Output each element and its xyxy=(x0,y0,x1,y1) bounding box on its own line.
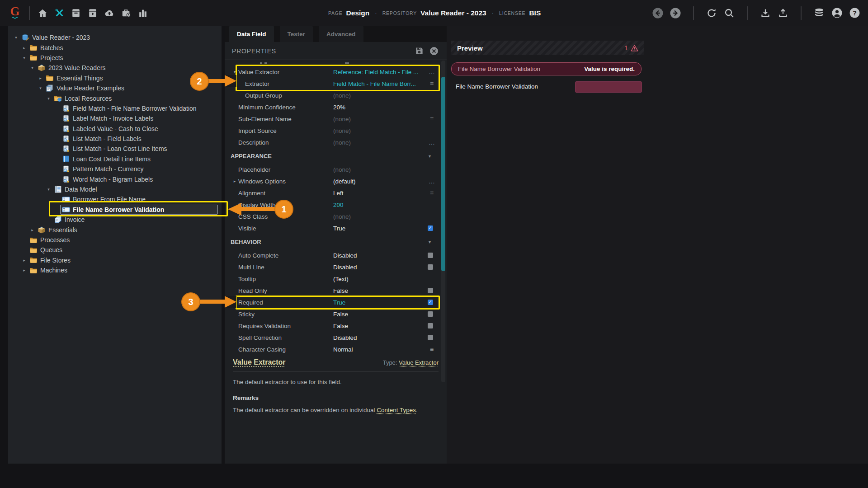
refresh-icon[interactable] xyxy=(705,7,718,19)
property-scrollbar[interactable] xyxy=(441,61,445,382)
checkbox-unchecked[interactable] xyxy=(428,264,433,270)
property-row-windows-options[interactable]: ▸Windows Options(default)… xyxy=(225,175,447,187)
tree-item-projects[interactable]: ▾Projects xyxy=(8,53,222,63)
tree-item-local-resources[interactable]: ▾Local Resources xyxy=(8,93,222,103)
ellipsis-button[interactable]: … xyxy=(427,68,437,75)
collapse-arrow-icon[interactable]: ▾ xyxy=(21,56,28,60)
collapse-arrow-icon[interactable]: ▾ xyxy=(45,187,52,192)
help-property-title[interactable]: Value Extractor xyxy=(233,358,286,366)
property-value[interactable]: (none) xyxy=(333,166,351,173)
property-row-character-casing[interactable]: Character CasingNormal≡ xyxy=(225,343,447,355)
property-value[interactable]: (none) xyxy=(333,116,351,122)
checkbox-unchecked[interactable] xyxy=(428,323,433,328)
collapse-arrow-icon[interactable]: ▾ xyxy=(45,96,52,101)
tree-item-borrower-from-file-name[interactable]: Borrower From File Name xyxy=(8,194,222,204)
expand-arrow-icon[interactable]: ▸ xyxy=(231,179,238,183)
tree-item-loan-cost-detail-line-items[interactable]: Loan Cost Detail Line Items xyxy=(8,154,222,164)
collapse-arrow-icon[interactable]: ▾ xyxy=(29,66,36,70)
property-value[interactable]: (Text) xyxy=(333,276,349,282)
property-row-alignment[interactable]: AlignmentLeft≡ xyxy=(225,187,447,199)
tree-item-processes[interactable]: Processes xyxy=(8,235,222,245)
home-icon[interactable] xyxy=(36,7,49,19)
collapse-arrow-icon[interactable]: ▾ xyxy=(231,70,238,74)
help-type-link[interactable]: Value Extractor xyxy=(399,359,439,366)
tree-item-field-match-file-name-borrower-validation[interactable]: Field Match - File Name Borrower Validat… xyxy=(8,103,222,113)
search-icon[interactable] xyxy=(723,7,736,19)
forward-icon[interactable] xyxy=(669,7,682,19)
property-row-auto-complete[interactable]: Auto CompleteDisabled xyxy=(225,249,447,261)
tree-item-invoice[interactable]: Invoice xyxy=(8,215,222,225)
batch-process-icon[interactable] xyxy=(86,7,99,19)
section-behavior[interactable]: BEHAVIOR▾ xyxy=(225,234,447,249)
property-row-css-class[interactable]: CSS Class(none) xyxy=(225,211,447,222)
tree-item-machines[interactable]: ▸Machines xyxy=(8,265,222,275)
property-row-multi-line[interactable]: Multi LineDisabled xyxy=(225,261,447,273)
property-value[interactable]: Normal xyxy=(333,346,353,353)
expand-arrow-icon[interactable]: ▸ xyxy=(29,228,36,232)
property-value[interactable]: Left xyxy=(333,190,344,197)
stats-icon[interactable] xyxy=(137,7,149,19)
jobs-icon[interactable] xyxy=(120,7,132,19)
help-icon[interactable]: ? xyxy=(848,7,861,19)
checkbox-unchecked[interactable] xyxy=(428,253,433,258)
tab-data-field[interactable]: Data Field xyxy=(229,26,274,42)
property-value[interactable]: True xyxy=(333,225,345,232)
property-value[interactable]: 200 xyxy=(333,202,344,208)
property-value[interactable]: (none) xyxy=(333,213,351,220)
checkbox-unchecked[interactable] xyxy=(428,335,433,340)
property-value[interactable]: (none) xyxy=(333,127,351,134)
back-icon[interactable] xyxy=(651,7,664,19)
tree-item-batches[interactable]: ▸Batches xyxy=(8,42,222,52)
property-row-required[interactable]: RequiredTrue xyxy=(225,296,447,308)
tree-item-word-match-bigram-labels[interactable]: Word Match - Bigram Labels xyxy=(8,174,222,184)
tree-item-labeled-value-cash-to-close[interactable]: Labeled Value - Cash to Close xyxy=(8,124,222,134)
expand-arrow-icon[interactable]: ▸ xyxy=(21,268,28,272)
menu-button[interactable]: ≡ xyxy=(427,115,437,122)
tree-item-file-stores[interactable]: ▸File Stores xyxy=(8,255,222,265)
cloud-upload-icon[interactable] xyxy=(103,7,116,19)
property-row-visible[interactable]: VisibleTrue xyxy=(225,222,447,234)
property-row-sub-element-name[interactable]: Sub-Element Name(none)≡ xyxy=(225,113,447,125)
tab-advanced[interactable]: Advanced xyxy=(319,26,363,42)
property-value[interactable]: Reference: Field Match - File ... xyxy=(333,69,418,75)
expand-arrow-icon[interactable]: ▸ xyxy=(37,76,44,80)
property-value[interactable]: False xyxy=(333,323,348,329)
property-row-description[interactable]: Description(none)… xyxy=(225,136,447,148)
tree-item-queues[interactable]: Queues xyxy=(8,245,222,255)
property-value[interactable]: 20% xyxy=(333,104,345,111)
property-row-sticky[interactable]: StickyFalse xyxy=(225,308,447,320)
property-row-tooltip[interactable]: Tooltip(Text) xyxy=(225,273,447,285)
property-row-value-extractor[interactable]: ▾Value ExtractorReference: Field Match -… xyxy=(225,66,447,78)
property-value[interactable]: False xyxy=(333,287,348,294)
download-icon[interactable] xyxy=(759,7,772,19)
property-value[interactable]: True xyxy=(333,299,345,306)
property-value[interactable]: (default) xyxy=(333,178,356,185)
section-appearance[interactable]: APPEARANCE▾ xyxy=(225,148,447,164)
menu-button[interactable]: ≡ xyxy=(427,80,437,87)
property-row-minimum-confidence[interactable]: Minimum Confidence20% xyxy=(225,101,447,113)
property-value[interactable]: (none) xyxy=(333,139,351,146)
checkbox-unchecked[interactable] xyxy=(428,311,433,317)
tab-tester[interactable]: Tester xyxy=(280,26,313,42)
tree-item-2023-value-readers[interactable]: ▾2023 Value Readers xyxy=(8,63,222,73)
checkbox-unchecked[interactable] xyxy=(428,288,433,293)
database-icon[interactable] xyxy=(813,7,826,19)
batches-icon[interactable] xyxy=(70,7,82,19)
preview-field-input[interactable] xyxy=(575,81,642,93)
section-collapse-icon[interactable]: ▾ xyxy=(429,239,431,244)
tree-item-list-match-loan-cost-line-items[interactable]: List Match - Loan Cost Line Items xyxy=(8,144,222,154)
property-row-spell-correction[interactable]: Spell CorrectionDisabled xyxy=(225,332,447,343)
menu-button[interactable]: ≡ xyxy=(427,346,437,353)
property-value[interactable]: Disabled xyxy=(333,264,357,271)
tools-icon[interactable] xyxy=(53,7,66,19)
property-row-requires-validation[interactable]: Requires ValidationFalse xyxy=(225,320,447,332)
tree-item-file-name-borrower-validation[interactable]: File Name Borrower Validation xyxy=(8,205,222,215)
property-value[interactable]: Disabled xyxy=(333,252,357,259)
tree-item-value-reader-examples[interactable]: ▾Value Reader Examples xyxy=(8,83,222,93)
property-row-placeholder[interactable]: Placeholder(none) xyxy=(225,164,447,175)
tree-item-essentials[interactable]: ▸Essentials xyxy=(8,225,222,235)
collapse-arrow-icon[interactable]: ▾ xyxy=(13,35,19,40)
property-row-import-source[interactable]: Import Source(none) xyxy=(225,125,447,136)
property-value[interactable]: Disabled xyxy=(333,334,357,341)
section-collapse-icon[interactable]: ▾ xyxy=(429,154,431,159)
